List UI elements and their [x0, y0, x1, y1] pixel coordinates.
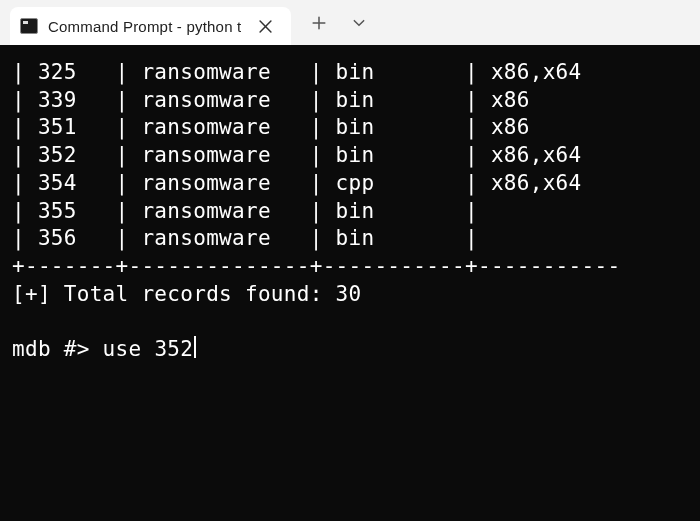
- tab-title: Command Prompt - python t: [48, 18, 241, 35]
- tab-active[interactable]: Command Prompt - python t: [10, 7, 291, 45]
- tab-bar: Command Prompt - python t: [0, 0, 700, 45]
- chevron-down-icon: [352, 16, 366, 30]
- command-input[interactable]: use 352: [103, 337, 194, 361]
- new-tab-button[interactable]: [301, 7, 337, 39]
- prompt-line: mdb #> use 352: [12, 337, 196, 361]
- summary-line: [+] Total records found: 30: [12, 282, 361, 306]
- terminal-output[interactable]: | 325 | ransomware | bin | x86,x64 | 339…: [0, 45, 700, 521]
- close-icon: [259, 20, 272, 33]
- tab-dropdown-button[interactable]: [341, 7, 377, 39]
- terminal-icon: [20, 18, 38, 34]
- table-separator: +-------+--------------+-----------+----…: [12, 254, 620, 278]
- table-rows: | 325 | ransomware | bin | x86,x64 | 339…: [12, 60, 607, 250]
- prompt-label: mdb #>: [12, 337, 103, 361]
- summary-count: 30: [336, 282, 362, 306]
- summary-prefix: [+] Total records found:: [12, 282, 336, 306]
- plus-icon: [312, 16, 326, 30]
- tab-bar-actions: [291, 7, 377, 39]
- tab-close-button[interactable]: [251, 12, 279, 40]
- text-cursor: [194, 336, 196, 358]
